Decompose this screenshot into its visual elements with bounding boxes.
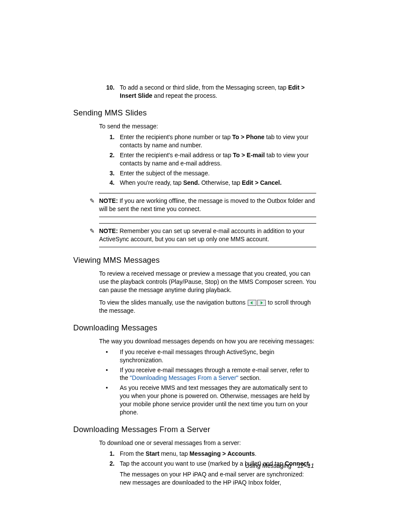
- list-item: • If you receive e-mail messages through…: [99, 366, 316, 383]
- bold-text: Edit > Cancel.: [242, 179, 281, 186]
- nav-left-icon: [248, 300, 256, 306]
- step-text: To add a second or third slide, from the…: [120, 84, 316, 100]
- note-text: If you are working offline, the message …: [99, 197, 315, 212]
- bullet-text: If you receive e-mail messages through a…: [120, 366, 316, 383]
- bold-text: To > E-mail: [233, 152, 265, 159]
- link-downloading-from-server[interactable]: "Downloading Messages From a Server": [130, 374, 238, 381]
- bold-text: To > Phone: [232, 134, 265, 140]
- text: When you're ready, tap: [120, 179, 183, 186]
- text: Enter the recipient's phone number or ta…: [120, 134, 232, 140]
- paragraph: To send the message:: [99, 122, 316, 131]
- bold-text: Start: [146, 450, 159, 457]
- note-label: NOTE:: [99, 227, 118, 234]
- step-text: Enter the recipient's e-mail address or …: [120, 151, 316, 168]
- step-text: Enter the recipient's phone number or ta…: [120, 133, 316, 149]
- step-number: 1.: [99, 133, 120, 149]
- list-item: 1. From the Start menu, tap Messaging > …: [99, 450, 316, 458]
- step-text: From the Start menu, tap Messaging > Acc…: [120, 450, 316, 458]
- note-block: ✎ NOTE: Remember you can set up several …: [99, 223, 316, 247]
- bullet-icon: •: [99, 366, 120, 383]
- bullet-icon: •: [99, 384, 120, 417]
- text: section.: [238, 374, 261, 381]
- page-number: 12–11: [297, 462, 314, 469]
- list-item: 3. Enter the subject of the message.: [99, 169, 316, 177]
- step-number: 1.: [99, 450, 120, 458]
- bullet-list: • If you receive e-mail messages through…: [99, 348, 316, 417]
- bullet-text: If you receive e-mail messages through A…: [120, 348, 316, 364]
- list-item: • If you receive e-mail messages through…: [99, 348, 316, 364]
- paragraph: To view the slides manually, use the nav…: [99, 299, 316, 315]
- note-block: ✎ NOTE: If you are working offline, the …: [99, 193, 316, 217]
- heading-downloading-messages: Downloading Messages: [73, 323, 316, 333]
- bold-text: Messaging > Accounts: [190, 450, 255, 457]
- text: To view the slides manually, use the nav…: [99, 299, 247, 306]
- note-label: NOTE:: [99, 197, 118, 204]
- nav-right-icon: [257, 300, 266, 306]
- text: From the: [120, 450, 146, 457]
- note-text: Remember you can set up several e-mail a…: [99, 227, 305, 243]
- note-icon: ✎: [90, 227, 95, 235]
- text: Otherwise, tap: [199, 179, 242, 186]
- step-number: 2.: [99, 151, 120, 168]
- paragraph: To download one or several messages from…: [99, 439, 316, 447]
- paragraph: To review a received message or preview …: [99, 270, 316, 294]
- step-text: Enter the subject of the message.: [120, 169, 316, 177]
- heading-viewing-mms-messages: Viewing MMS Messages: [73, 255, 316, 265]
- text: To add a second or third slide, from the…: [120, 84, 288, 91]
- sub-paragraph: The messages on your HP iPAQ and e-mail …: [120, 470, 316, 487]
- list-item: • As you receive MMS and text messages t…: [99, 384, 316, 417]
- list-item: 2. Enter the recipient's e-mail address …: [99, 151, 316, 168]
- heading-downloading-from-server: Downloading Messages From a Server: [73, 424, 316, 435]
- text: Enter the recipient's e-mail address or …: [120, 152, 233, 159]
- note-icon: ✎: [90, 197, 95, 205]
- list-item: 10. To add a second or third slide, from…: [99, 84, 316, 100]
- list-item: 4. When you're ready, tap Send. Otherwis…: [99, 179, 316, 187]
- text: menu, tap: [159, 450, 190, 457]
- list-item: 1. Enter the recipient's phone number or…: [99, 133, 316, 149]
- text: .: [255, 450, 256, 457]
- heading-sending-mms-slides: Sending MMS Slides: [73, 108, 316, 118]
- footer-section: Using Messaging: [245, 462, 291, 469]
- document-page: 10. To add a second or third slide, from…: [0, 0, 411, 487]
- text: and repeat the process.: [152, 92, 217, 99]
- step-text: When you're ready, tap Send. Otherwise, …: [120, 179, 316, 187]
- paragraph: The way you download messages depends on…: [99, 337, 316, 345]
- step-number: 10.: [99, 84, 120, 100]
- bullet-text: As you receive MMS and text messages the…: [120, 384, 316, 417]
- bullet-icon: •: [99, 348, 120, 364]
- step-number: 3.: [99, 169, 120, 177]
- bold-text: Send.: [183, 179, 199, 186]
- step-number: 4.: [99, 179, 120, 187]
- page-footer: Using Messaging 12–11: [0, 462, 411, 470]
